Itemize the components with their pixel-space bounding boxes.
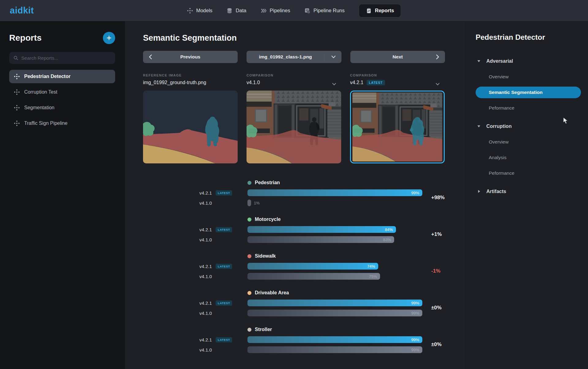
bar-track: 99% xyxy=(247,310,424,316)
tree-section-label: Corruption xyxy=(486,124,512,129)
tree-section-adversarial[interactable]: Adversarial xyxy=(476,53,581,69)
main-content: Semantic Segmentation Previous img_01992… xyxy=(125,21,464,369)
reference-image-name: img_01992_ground-truth.png xyxy=(143,80,206,85)
sidebar-title: Reports xyxy=(9,33,42,43)
tree-item-semantic-segmentation[interactable]: Semantic Segmentation xyxy=(476,84,581,100)
version-label: v4.2.1 xyxy=(199,227,212,232)
tree-item-selected-pill: Semantic Segmentation xyxy=(476,87,581,98)
latest-badge: LATEST xyxy=(216,190,232,196)
bar-value-label: 84% xyxy=(385,227,393,232)
image-select-value: img_01992_class-1.png xyxy=(247,51,324,63)
tree-section-label: Adversarial xyxy=(486,58,513,64)
bar-row-v4.1.0: v4.1.075% xyxy=(143,272,464,280)
image-select[interactable]: img_01992_class-1.png xyxy=(247,51,341,63)
chevron-left-icon xyxy=(148,54,154,60)
version-label: v4.2.1 xyxy=(199,190,212,196)
tree-item-peformance[interactable]: Peformance xyxy=(476,165,581,181)
bar-row-v4.2.1: v4.2.1LATEST84% xyxy=(143,226,464,233)
bar-row-v4.1.0: v4.1.099% xyxy=(143,346,464,354)
chevron-down-icon xyxy=(331,81,337,87)
bar-track: 75% xyxy=(247,273,424,280)
version-label: v4.1.0 xyxy=(199,274,212,279)
reports-icon xyxy=(366,8,372,14)
nav-item-reports[interactable]: Reports xyxy=(359,4,401,17)
tree-item-overview[interactable]: Overview xyxy=(476,69,581,84)
previous-label: Previous xyxy=(180,54,200,60)
tree-item-overview[interactable]: Overview xyxy=(476,134,581,150)
reference-image-panel[interactable] xyxy=(143,91,238,163)
comparison-2-selector[interactable]: COMPARISON v4.2.1 LATEST xyxy=(350,73,445,86)
search-box[interactable] xyxy=(9,52,115,64)
search-input[interactable] xyxy=(21,55,111,61)
tree-item-peformance[interactable]: Peformance xyxy=(476,100,581,116)
reference-image-header: REFERENCE IMAGE img_01992_ground-truth.p… xyxy=(143,73,238,86)
latest-badge: LATEST xyxy=(216,227,232,232)
class-color-dot xyxy=(247,291,251,295)
nav-item-models[interactable]: Models xyxy=(187,8,212,14)
bar-value-label: 74% xyxy=(367,264,375,269)
report-list: Pedestrian DetectorCorruption TestSegmen… xyxy=(9,70,115,130)
bar-row-v4.1.0: v4.1.01% xyxy=(143,199,464,207)
class-label: Stroller xyxy=(255,327,272,332)
bar-track: 99% xyxy=(247,346,424,353)
class-block-sidewalk: Sidewalkv4.2.1LATEST74%v4.1.075%-1% xyxy=(143,252,464,281)
bar xyxy=(247,346,422,353)
pipelines-icon xyxy=(260,8,266,14)
version-label: v4.2.1 xyxy=(199,300,212,306)
bar xyxy=(247,310,422,316)
tree-item-analysis[interactable]: Analysis xyxy=(476,150,581,165)
next-button[interactable]: Next xyxy=(350,51,445,63)
reports-sidebar: Reports Pedestrian DetectorCorruption Te… xyxy=(0,21,125,369)
sidebar-item-segmentation[interactable]: Segmentation xyxy=(9,101,115,114)
next-label: Next xyxy=(393,54,403,60)
class-color-dot xyxy=(247,218,251,222)
bar-row-v4.2.1: v4.2.1LATEST99% xyxy=(143,189,464,197)
bar-track: 84% xyxy=(247,226,424,233)
sidebar-item-label: Pedestrian Detector xyxy=(24,74,70,79)
delta-label: ±0% xyxy=(431,337,442,352)
delta-label: -1% xyxy=(431,263,440,279)
bar xyxy=(247,336,422,343)
class-color-dot xyxy=(247,328,251,332)
comparison-1-version: v4.1.0 xyxy=(247,80,260,85)
app-logo: aidkit xyxy=(10,6,34,16)
bar-value-label: 99% xyxy=(411,348,419,352)
bar-value-label: 75% xyxy=(369,274,377,279)
bar-track: 99% xyxy=(247,300,424,306)
add-report-button[interactable] xyxy=(103,32,115,44)
comparison-2-image-panel[interactable] xyxy=(350,91,445,163)
sidebar-item-corruption-test[interactable]: Corruption Test xyxy=(9,85,115,99)
comparison-1-image-panel[interactable] xyxy=(247,91,341,163)
version-label: v4.1.0 xyxy=(199,237,212,242)
class-block-pedestrian: Pedestrianv4.2.1LATEST99%v4.1.01%+98% xyxy=(143,179,464,207)
previous-button[interactable]: Previous xyxy=(143,51,238,63)
tree-section-artifacts[interactable]: Artifacts xyxy=(476,184,581,199)
nav-item-pipelines[interactable]: Pipelines xyxy=(260,8,290,14)
class-block-driveable-area: Driveable Areav4.2.1LATEST99%v4.1.099%±0… xyxy=(143,289,464,318)
sidebar-item-traffic-sign-pipeline[interactable]: Traffic Sign Pipeline xyxy=(9,117,115,130)
delta-label: +98% xyxy=(431,190,445,206)
ground-truth-segmentation-image xyxy=(143,91,238,163)
nav-item-data[interactable]: Data xyxy=(227,8,247,14)
expand-icon xyxy=(477,189,481,193)
bar-value-label: 99% xyxy=(411,311,419,315)
nav-item-pipeline-runs[interactable]: Pipeline Runs xyxy=(304,8,345,14)
bar-value-label: 83% xyxy=(383,237,391,242)
comparison-v4-2-1-image xyxy=(352,92,443,162)
sidebar-item-pedestrian-detector[interactable]: Pedestrian Detector xyxy=(9,70,115,83)
nav-label: Pipelines xyxy=(270,8,290,13)
latest-badge: LATEST xyxy=(216,264,232,269)
version-label: v4.1.0 xyxy=(199,200,212,206)
bar xyxy=(247,226,396,233)
latest-badge: LATEST xyxy=(216,337,232,342)
class-block-motorcycle: Motorcyclev4.2.1LATEST84%v4.1.083%+1% xyxy=(143,215,464,244)
bar-track: 99% xyxy=(247,336,424,343)
collapse-icon xyxy=(477,124,481,128)
nav-label: Reports xyxy=(375,8,394,13)
latest-badge: LATEST xyxy=(367,80,385,85)
bar-track: 83% xyxy=(247,236,424,243)
comparison-2-version: v4.2.1 xyxy=(350,80,364,85)
class-color-dot xyxy=(247,181,251,185)
tree-section-corruption[interactable]: Corruption xyxy=(476,118,581,134)
comparison-1-selector[interactable]: COMPARISON v4.1.0 xyxy=(247,73,341,86)
